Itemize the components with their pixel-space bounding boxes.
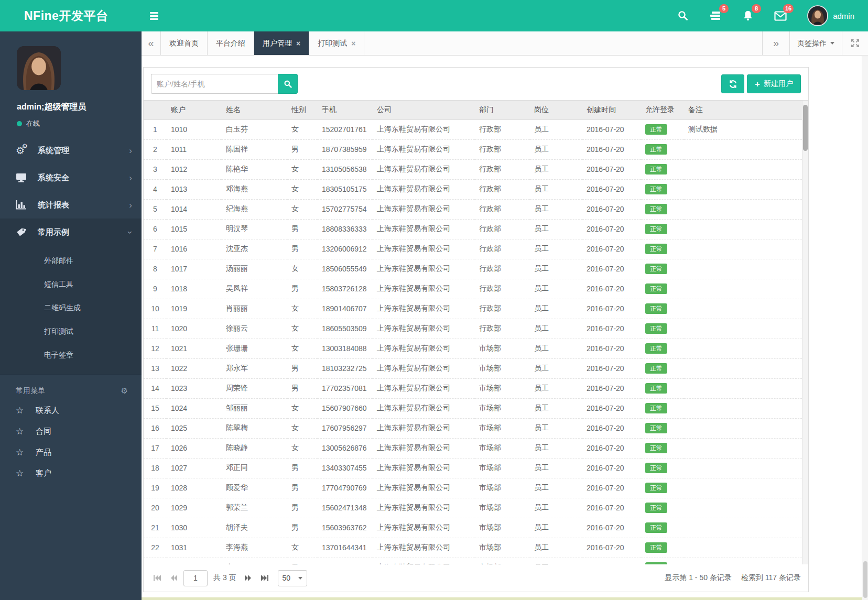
- cell-name: 徐丽云: [222, 319, 287, 339]
- table-row[interactable]: 201029郭荣兰男15602471348上海东鞋贸易有限公司市场部员工2016…: [144, 498, 802, 518]
- table-row[interactable]: 181027邓正同男13403307455上海东鞋贸易有限公司市场部员工2016…: [144, 458, 802, 478]
- row-index: 10: [144, 299, 167, 319]
- sidebar-subitem-sms-tool[interactable]: 短信工具: [0, 272, 142, 296]
- first-page-button[interactable]: [151, 572, 164, 584]
- table-row[interactable]: 221031李海燕女13701644341上海东鞋贸易有限公司市场部员工2016…: [144, 538, 802, 558]
- refresh-button[interactable]: [721, 74, 744, 93]
- table-scrollbar[interactable]: [802, 101, 808, 564]
- sidebar-item-products[interactable]: ☆ 产品: [0, 442, 142, 463]
- status-badge: 正常: [645, 423, 667, 433]
- sidebar-subitem-external-mail[interactable]: 外部邮件: [0, 249, 142, 272]
- fullscreen-icon[interactable]: [842, 31, 868, 55]
- window-scrollbar[interactable]: [862, 56, 868, 600]
- sidebar-subitem-qrcode-generator[interactable]: 二维码生成: [0, 296, 142, 320]
- close-icon[interactable]: ×: [351, 39, 355, 48]
- cell-created: 2016-07-20: [582, 478, 641, 498]
- sidebar-item-system-management[interactable]: ⚙⚙ 系统管理 ›: [0, 137, 142, 164]
- tab-platform-intro[interactable]: 平台介绍: [208, 31, 254, 55]
- table-row[interactable]: 151024邹丽丽女15607907660上海东鞋贸易有限公司市场部员工2016…: [144, 398, 802, 418]
- table-row[interactable]: 141023周荣锋男17702357081上海东鞋贸易有限公司市场部员工2016…: [144, 378, 802, 398]
- sidebar-item-system-security[interactable]: 系统安全 ›: [0, 164, 142, 191]
- tab-user-management[interactable]: 用户管理 ×: [254, 31, 309, 55]
- col-department[interactable]: 部门: [475, 101, 530, 119]
- cell-account: 1027: [167, 458, 222, 478]
- window-scrollbar-thumb[interactable]: [863, 561, 867, 598]
- cell-note: [684, 319, 802, 339]
- sidebar-item-customers[interactable]: ☆ 客户: [0, 463, 142, 484]
- table-row[interactable]: 41013邓海燕女18305105175上海东鞋贸易有限公司行政部员工2016-…: [144, 179, 802, 199]
- table-row[interactable]: 111020徐丽云女18605503509上海东鞋贸易有限公司行政部员工2016…: [144, 319, 802, 339]
- table-row[interactable]: 21011陈国祥男18707385959上海东鞋贸易有限公司行政部员工2016-…: [144, 139, 802, 159]
- favorite-label: 合同: [36, 427, 51, 437]
- cell-status: 正常: [641, 438, 684, 458]
- search-input[interactable]: [151, 74, 278, 94]
- last-page-button[interactable]: [258, 572, 271, 584]
- sidebar-subitem-print-test[interactable]: 打印测试: [0, 320, 142, 343]
- search-icon[interactable]: [676, 9, 690, 23]
- cell-phone: 15803726128: [318, 279, 373, 299]
- col-created[interactable]: 创建时间: [582, 101, 641, 119]
- col-company[interactable]: 公司: [373, 101, 475, 119]
- search-button[interactable]: [278, 74, 298, 94]
- cell-company: 上海东鞋贸易有限公司: [373, 259, 475, 279]
- table-row[interactable]: 131022郑永军男18103232725上海东鞋贸易有限公司市场部员工2016…: [144, 358, 802, 378]
- tabs-scroll-left-button[interactable]: «: [142, 31, 161, 55]
- table-row[interactable]: 51014纪海燕女15702775754上海东鞋贸易有限公司行政部员工2016-…: [144, 199, 802, 219]
- cell-created: 2016-07-20: [582, 159, 641, 179]
- tab-actions-dropdown[interactable]: 页签操作: [789, 31, 842, 55]
- col-name[interactable]: 姓名: [222, 101, 287, 119]
- cell-company: 上海东鞋贸易有限公司: [373, 538, 475, 558]
- cell-company: 上海东鞋贸易有限公司: [373, 319, 475, 339]
- next-page-button[interactable]: [242, 572, 255, 584]
- notifications-bell-icon[interactable]: 8: [741, 9, 755, 23]
- table-row[interactable]: 211030胡泽夫男15603963762上海东鞋贸易有限公司市场部员工2016…: [144, 518, 802, 538]
- table-row[interactable]: 161025陈翠梅女17607956297上海东鞋贸易有限公司市场部员工2016…: [144, 418, 802, 438]
- table-row[interactable]: 81017汤丽丽女18506055549上海东鞋贸易有限公司行政部员工2016-…: [144, 259, 802, 279]
- table-row[interactable]: 31012陈艳华女13105056538上海东鞋贸易有限公司行政部员工2016-…: [144, 159, 802, 179]
- add-user-button[interactable]: + 新建用户: [747, 74, 801, 93]
- table-scrollbar-thumb[interactable]: [803, 105, 808, 151]
- cell-status: 正常: [641, 498, 684, 518]
- messages-envelope-icon[interactable]: 16: [774, 9, 787, 23]
- content-area: + 新建用户 账户 姓名: [142, 56, 868, 600]
- menu-toggle-icon[interactable]: [150, 9, 164, 23]
- table-row[interactable]: 101019肖丽丽女18901406707上海东鞋贸易有限公司行政部员工2016…: [144, 299, 802, 319]
- page-size-select[interactable]: 50: [278, 570, 307, 586]
- user-avatar[interactable]: [807, 5, 828, 26]
- sidebar-item-contacts[interactable]: ☆ 联系人: [0, 400, 142, 421]
- sidebar-item-statistics-report[interactable]: 统计报表 ›: [0, 191, 142, 219]
- close-icon[interactable]: ×: [296, 39, 300, 48]
- profile-avatar[interactable]: [17, 46, 61, 90]
- tab-print-test[interactable]: 打印测试 ×: [309, 31, 364, 55]
- table-row[interactable]: 231032李云男18207194920上海东鞋贸易有限公司市场部员工2016-…: [144, 558, 802, 564]
- cell-created: 2016-07-20: [582, 418, 641, 438]
- col-login-allowed[interactable]: 允许登录: [641, 101, 684, 119]
- tabs-scroll-right-button[interactable]: »: [762, 31, 789, 55]
- tab-welcome[interactable]: 欢迎首页: [161, 31, 208, 55]
- table-row[interactable]: 171026陈晓静女13005626876上海东鞋贸易有限公司市场部员工2016…: [144, 438, 802, 458]
- table-row[interactable]: 91018吴凤祥男15803726128上海东鞋贸易有限公司行政部员工2016-…: [144, 279, 802, 299]
- sidebar-subitem-e-signature[interactable]: 电子签章: [0, 343, 142, 367]
- page-footer-strip: [142, 597, 868, 600]
- col-account[interactable]: 账户: [167, 101, 222, 119]
- notifications-count-badge: 8: [752, 4, 761, 13]
- gear-icon[interactable]: ⚙: [121, 386, 128, 396]
- col-phone[interactable]: 手机: [318, 101, 373, 119]
- page-number-input[interactable]: [183, 570, 208, 586]
- table-row[interactable]: 11010白玉芬女15202701761上海东鞋贸易有限公司行政部员工2016-…: [144, 119, 802, 139]
- col-position[interactable]: 岗位: [530, 101, 582, 119]
- col-gender[interactable]: 性别: [287, 101, 318, 119]
- sidebar-item-common-examples[interactable]: 常用示例 ›: [0, 219, 142, 246]
- cell-account: 1026: [167, 438, 222, 458]
- cell-name: 沈亚杰: [222, 239, 287, 259]
- sidebar-item-contracts[interactable]: ☆ 合同: [0, 421, 142, 442]
- table-row[interactable]: 191028顾爱华男17704790769上海东鞋贸易有限公司市场部员工2016…: [144, 478, 802, 498]
- table-row[interactable]: 121021张珊珊女13003184088上海东鞋贸易有限公司市场部员工2016…: [144, 339, 802, 358]
- previous-page-button[interactable]: [167, 572, 180, 584]
- cell-company: 上海东鞋贸易有限公司: [373, 139, 475, 159]
- table-row[interactable]: 71016沈亚杰男13206006912上海东鞋贸易有限公司行政部员工2016-…: [144, 239, 802, 259]
- tasks-icon[interactable]: 5: [709, 9, 722, 23]
- cell-gender: 女: [287, 418, 318, 438]
- col-note[interactable]: 备注: [684, 101, 802, 119]
- table-row[interactable]: 61015明汉琴男18808336333上海东鞋贸易有限公司行政部员工2016-…: [144, 219, 802, 239]
